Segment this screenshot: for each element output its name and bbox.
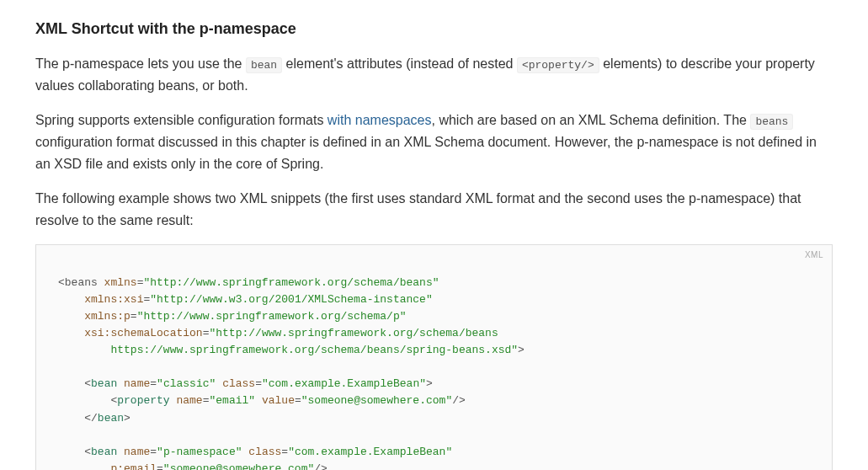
- inline-code-bean: bean: [246, 57, 282, 73]
- inline-code-property: <property/>: [517, 57, 599, 73]
- text: configuration format discussed in this c…: [35, 135, 817, 171]
- xml-code-block: XML<beans xmlns="http://www.springframew…: [35, 244, 833, 470]
- text: The p-namespace lets you use the: [35, 56, 246, 71]
- text: element's attributes (instead of nested: [282, 56, 517, 71]
- paragraph-2: Spring supports extensible configuration…: [35, 109, 833, 174]
- text: Spring supports extensible configuration…: [35, 113, 327, 127]
- inline-code-beans: beans: [750, 114, 793, 130]
- paragraph-1: The p-namespace lets you use the bean el…: [35, 53, 833, 96]
- section-heading: XML Shortcut with the p-namespace: [35, 17, 833, 41]
- paragraph-3: The following example shows two XML snip…: [35, 188, 833, 231]
- namespaces-link[interactable]: with namespaces: [327, 113, 432, 127]
- text: , which are based on an XML Schema defin…: [431, 113, 750, 127]
- code-language-tag: XML: [805, 248, 823, 262]
